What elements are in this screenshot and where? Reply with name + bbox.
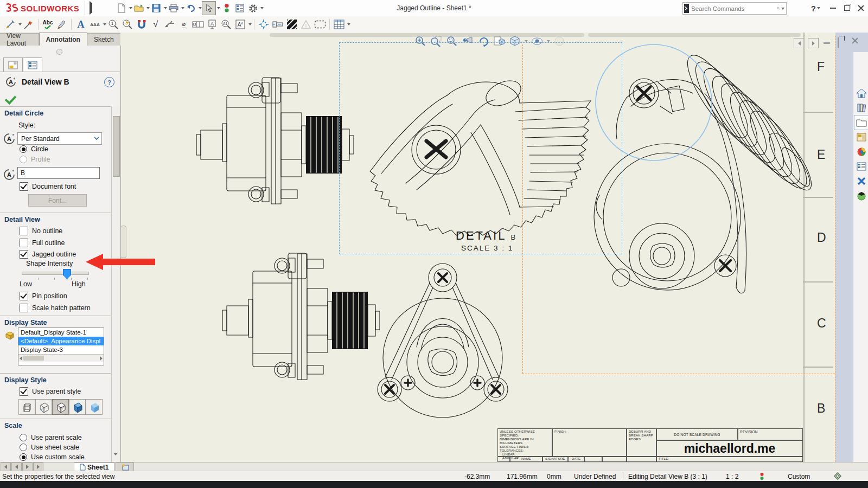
- tab-sketch[interactable]: Sketch: [87, 33, 121, 46]
- child-restore-icon[interactable]: [838, 38, 839, 48]
- tag-icon[interactable]: [833, 472, 842, 480]
- datum-feature-icon[interactable]: A: [205, 17, 219, 31]
- menu-expand-icon[interactable]: [85, 1, 97, 15]
- new-document-button[interactable]: [115, 2, 128, 15]
- last-sheet-button[interactable]: [33, 463, 43, 471]
- design-library-icon[interactable]: [854, 100, 868, 115]
- revision-cloud-icon[interactable]: [313, 17, 327, 31]
- format-painter-icon[interactable]: [55, 17, 69, 31]
- confirm-ok-icon[interactable]: [5, 95, 16, 102]
- detail-view-selection-box[interactable]: [339, 42, 622, 254]
- xchange-icon[interactable]: [854, 174, 868, 189]
- hidden-lines-visible-button[interactable]: [35, 399, 52, 415]
- weld-symbol-icon[interactable]: [163, 17, 177, 31]
- view-palette-icon[interactable]: [854, 130, 868, 145]
- custom-properties-icon[interactable]: [854, 159, 868, 174]
- revision-symbol-icon[interactable]: 1: [299, 17, 313, 31]
- font-button[interactable]: Font...: [28, 194, 87, 207]
- prev-sheet-button[interactable]: [11, 463, 22, 471]
- geometric-tolerance-icon[interactable]: [191, 17, 205, 31]
- tables-dropdown-icon[interactable]: [347, 23, 350, 25]
- centerline-icon[interactable]: [271, 17, 285, 31]
- save-button[interactable]: [150, 2, 163, 15]
- search-input[interactable]: [689, 5, 777, 12]
- magnifier-icon[interactable]: [777, 4, 780, 12]
- magnetic-line-icon[interactable]: [135, 17, 149, 31]
- print-button[interactable]: [167, 2, 180, 15]
- use-sheet-scale-radio[interactable]: Use sheet scale: [20, 444, 79, 451]
- note-area-icon[interactable]: A°: [233, 17, 247, 31]
- drawing-view-front-bottom[interactable]: [217, 245, 380, 389]
- next-sheet-button[interactable]: [22, 463, 33, 471]
- area-hatch-icon[interactable]: [285, 17, 299, 31]
- first-sheet-button[interactable]: [1, 463, 11, 471]
- use-parent-style-checkbox[interactable]: Use parent style: [20, 387, 81, 396]
- hole-callout-icon[interactable]: ⌀: [177, 17, 191, 31]
- note-icon[interactable]: A: [74, 17, 88, 31]
- display-state-item-selected[interactable]: <Default>_Appearance Displ: [18, 337, 104, 345]
- drawing-view-isometric[interactable]: [589, 33, 822, 314]
- rebuild-traffic-light-icon[interactable]: [220, 2, 233, 15]
- panel-drag-handle[interactable]: [56, 49, 62, 55]
- full-outline-checkbox[interactable]: Full outline: [20, 239, 65, 247]
- search-dropdown-icon[interactable]: [781, 8, 784, 10]
- spell-check-icon[interactable]: Abc: [41, 17, 55, 31]
- radio-profile[interactable]: Profile: [20, 156, 50, 163]
- select-tool-button[interactable]: [202, 1, 216, 15]
- options-dropdown-icon[interactable]: [260, 7, 264, 9]
- file-properties-button[interactable]: [233, 2, 246, 15]
- add-sheet-tab[interactable]: [116, 463, 134, 471]
- undo-button[interactable]: [184, 2, 197, 15]
- drawing-view-front-top[interactable]: [191, 69, 354, 213]
- display-state-hscrollbar[interactable]: [18, 354, 104, 362]
- wireframe-style-button[interactable]: [18, 399, 35, 415]
- pin-position-checkbox[interactable]: Pin position: [20, 292, 67, 300]
- resources-home-icon[interactable]: [854, 86, 868, 101]
- shape-intensity-slider[interactable]: [22, 269, 88, 277]
- help-button[interactable]: ?: [811, 4, 816, 13]
- balloon-icon[interactable]: 1: [106, 17, 120, 31]
- display-state-list[interactable]: Default_Display State-1 <Default>_Appear…: [18, 328, 104, 365]
- sheet-scale-value[interactable]: 1 : 2: [726, 473, 738, 480]
- tables-icon[interactable]: [332, 17, 346, 31]
- graphics-area[interactable]: F E D C B: [120, 33, 868, 462]
- radio-circle[interactable]: Circle: [20, 145, 48, 153]
- jagged-outline-checkbox[interactable]: Jagged outline: [20, 250, 76, 259]
- note-area-dropdown-icon[interactable]: [248, 23, 252, 25]
- surface-finish-icon[interactable]: √: [149, 17, 163, 31]
- scale-hatch-checkbox[interactable]: Scale hatch pattern: [20, 304, 91, 312]
- display-state-item[interactable]: Display State-3: [18, 345, 104, 354]
- search-commands-box[interactable]: [682, 2, 787, 15]
- tab-view-layout[interactable]: View Layout: [0, 33, 39, 46]
- featuremanager-tab[interactable]: [3, 57, 23, 72]
- certification-icon[interactable]: [854, 188, 868, 203]
- linear-note-pattern-icon[interactable]: AAA: [88, 17, 102, 31]
- minimize-button[interactable]: [826, 2, 840, 14]
- panel-help-icon[interactable]: ?: [104, 77, 114, 87]
- status-rebuild-icon[interactable]: [760, 472, 764, 480]
- shaded-button[interactable]: [86, 399, 103, 415]
- panel-scrollbar[interactable]: [111, 106, 120, 462]
- propertymanager-tab[interactable]: [23, 57, 42, 72]
- document-font-checkbox[interactable]: Document font: [20, 182, 76, 191]
- appearances-icon[interactable]: [854, 144, 868, 159]
- units-value[interactable]: Custom: [788, 473, 810, 480]
- smart-dimension-icon[interactable]: [3, 17, 17, 31]
- hidden-lines-removed-button[interactable]: [52, 399, 69, 415]
- open-button[interactable]: [132, 2, 145, 15]
- no-outline-checkbox[interactable]: No outline: [20, 227, 62, 235]
- options-gear-button[interactable]: [246, 2, 259, 15]
- file-explorer-icon[interactable]: [854, 115, 868, 130]
- close-button[interactable]: [854, 2, 868, 14]
- scrollbar-thumb[interactable]: [113, 116, 120, 177]
- child-minimize-icon[interactable]: [824, 42, 830, 44]
- sheet1-tab[interactable]: Sheet1: [74, 463, 114, 472]
- center-mark-icon[interactable]: [257, 17, 271, 31]
- datum-target-icon[interactable]: A1: [219, 17, 233, 31]
- use-parent-scale-radio[interactable]: Use parent scale: [20, 434, 82, 441]
- display-state-item[interactable]: Default_Display State-1: [18, 328, 104, 337]
- tab-annotation[interactable]: Annotation: [39, 33, 87, 46]
- detail-label-input[interactable]: B: [17, 167, 100, 179]
- auto-balloon-icon[interactable]: [120, 17, 135, 31]
- drawing-view-bottom-front[interactable]: [373, 259, 513, 419]
